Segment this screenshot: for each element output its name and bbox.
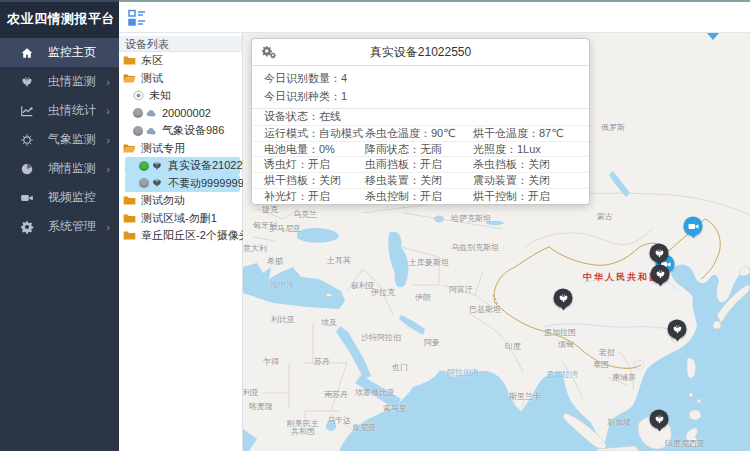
sidebar-item-0[interactable]: 监控主页 [0,38,119,67]
popup-detail-cell: 震动装置：关闭 [461,173,550,188]
popup-detail-cell: 诱虫灯：开启 [252,157,353,172]
sun-icon [20,133,34,147]
unknown-icon [133,90,144,101]
popup-header: 真实设备21022550 [252,39,589,66]
popup-detail-grid: 设备状态：在线运行模式：自动模式杀虫仓温度：90℃烘干仓温度：87℃电池电量：0… [252,109,589,204]
popup-stats: 今日识别数量：4今日识别种类：1 [252,66,589,109]
app-window: 农业四情测报平台 监控主页虫情监测›虫情统计›气象监测›墒情监测›视频监控系统管… [0,0,750,451]
chevron-right-icon: › [106,163,110,175]
cloud-icon [145,125,157,137]
popup-detail-cell: 电池电量：0% [252,142,353,157]
device-tree-row[interactable]: 真实设备21022550 [125,157,240,175]
chevron-right-icon: › [106,76,110,88]
device-tree-row[interactable]: 不要动99999999 [125,175,240,193]
popup-detail-cell: 烘干挡板：关闭 [252,173,353,188]
popup-stat: 今日识别种类：1 [252,87,589,105]
device-tree-label: 东区 [141,53,163,68]
status-dot-offline [133,126,143,136]
device-tree-label: 未知 [149,88,171,103]
sidebar-item-1[interactable]: 虫情监测› [0,67,119,96]
popup-detail-cell: 运行模式：自动模式 [252,126,353,141]
app-title: 农业四情测报平台 [0,2,119,38]
map-marker-camera[interactable] [684,217,703,236]
sidebar: 农业四情测报平台 监控主页虫情监测›虫情统计›气象监测›墒情监测›视频监控系统管… [0,0,119,451]
device-list-title: 设备列表 [119,36,242,52]
popup-detail-row: 烘干挡板：关闭移虫装置：关闭震动装置：关闭 [252,172,589,188]
popup-detail-cell: 设备状态：在线 [252,109,353,124]
globe-icon [20,162,34,176]
popup-detail-cell: 杀虫控制：开启 [353,189,461,204]
device-tree-row[interactable]: 未知 [119,87,242,105]
bug-icon [151,177,163,189]
device-tree-label: 20000002 [162,107,211,119]
sidebar-item-4[interactable]: 墒情监测› [0,154,119,183]
sidebar-item-3[interactable]: 气象监测› [0,125,119,154]
popup-detail-row: 补光灯：开启杀虫控制：开启烘干控制：开启 [252,188,589,204]
sidebar-item-label: 系统管理 [48,218,96,235]
map-marker-insect[interactable] [668,320,687,339]
popup-detail-cell: 杀虫挡板：关闭 [461,157,550,172]
popup-detail-cell: 光照度：1Lux [461,142,541,157]
device-info-popup: 真实设备21022550 今日识别数量：4今日识别种类：1 设备状态：在线运行模… [251,38,590,205]
device-tree-row[interactable]: 测试勿动 [119,192,242,210]
status-dot-offline [133,108,143,118]
map-marker-insect[interactable] [650,410,669,429]
map-marker-insect[interactable] [650,244,669,263]
device-tree-label: 不要动99999999 [168,176,250,191]
device-tree-label: 测试 [141,71,163,86]
sidebar-item-label: 墒情监测 [48,160,96,177]
cloud-icon [145,107,157,119]
folder-icon [123,230,136,241]
map-marker-insect[interactable] [651,265,670,284]
chevron-right-icon: › [106,105,110,117]
popup-detail-cell: 虫雨挡板：开启 [353,157,461,172]
popup-detail-cell: 补光灯：开启 [252,189,353,204]
device-tree-row[interactable]: 20000002 [119,105,242,123]
folder-icon [123,195,136,206]
popup-detail-cell: 烘干仓温度：87℃ [461,126,564,141]
sidebar-item-label: 虫情统计 [48,102,96,119]
device-tree-label: 气象设备986 [162,123,224,138]
device-tree-row[interactable]: 测试 [119,70,242,88]
folder-open-icon [123,143,136,154]
popup-detail-cell: 降雨状态：无雨 [353,142,461,157]
sidebar-item-label: 监控主页 [48,44,96,61]
popup-detail-row: 设备状态：在线 [252,109,589,125]
popup-detail-cell: 移虫装置：关闭 [353,173,461,188]
popup-detail-cell: 烘干控制：开启 [461,189,550,204]
device-tree-label: 测试勿动 [141,193,185,208]
sidebar-menu: 监控主页虫情监测›虫情统计›气象监测›墒情监测›视频监控系统管理› [0,38,119,241]
device-tree-toggle-icon[interactable] [128,9,146,27]
map-marker-partial[interactable] [707,33,719,46]
device-tree-label: 测试专用 [141,141,185,156]
popup-title: 真实设备21022550 [370,44,471,61]
bug-icon [151,160,163,172]
sidebar-item-label: 气象监测 [48,131,96,148]
content-header [119,0,750,33]
video-icon [20,191,34,205]
chevron-right-icon: › [106,221,110,233]
bug-icon [20,75,34,89]
device-tree-row[interactable]: 气象设备986 [119,122,242,140]
sidebar-item-2[interactable]: 虫情统计› [0,96,119,125]
sidebar-item-6[interactable]: 系统管理› [0,212,119,241]
device-settings-icon[interactable] [261,45,277,60]
sidebar-item-label: 虫情监测 [48,73,96,90]
device-tree-row[interactable]: 章丘阳丘区-2个摄像头 [119,227,242,245]
home-icon [20,46,34,60]
device-tree-label: 章丘阳丘区-2个摄像头 [141,228,250,243]
gear-icon [20,220,34,234]
device-tree-row[interactable]: 东区 [119,52,242,70]
device-tree-row[interactable]: 测试专用 [119,140,242,158]
popup-detail-cell: 杀虫仓温度：90℃ [353,126,461,141]
status-dot-online [139,161,149,171]
chevron-right-icon: › [106,134,110,146]
folder-open-icon [123,73,136,84]
map-marker-insect[interactable] [554,289,573,308]
sidebar-item-5[interactable]: 视频监控 [0,183,119,212]
popup-detail-row: 电池电量：0%降雨状态：无雨光照度：1Lux [252,141,589,157]
device-tree-label: 测试区域-勿删1 [141,211,217,226]
device-list-panel: 设备列表 东区测试未知20000002气象设备986测试专用真实设备210225… [119,33,243,451]
sidebar-item-label: 视频监控 [48,189,96,206]
device-tree-row[interactable]: 测试区域-勿删1 [119,210,242,228]
